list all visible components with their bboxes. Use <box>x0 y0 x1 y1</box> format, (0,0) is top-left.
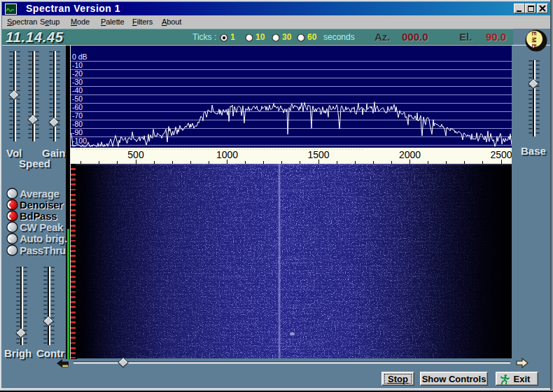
svg-text:1500: 1500 <box>307 149 329 160</box>
svg-text:E: E <box>531 44 538 48</box>
svg-text:-30: -30 <box>72 78 83 86</box>
svg-text:500: 500 <box>127 149 144 160</box>
svg-text:-10: -10 <box>72 61 83 69</box>
svg-text:-40: -40 <box>72 86 83 94</box>
svg-text:M: M <box>531 37 538 43</box>
svg-text:2500: 2500 <box>490 149 512 160</box>
svg-text:1000: 1000 <box>216 149 238 160</box>
svg-text:E: E <box>531 31 538 36</box>
svg-text:-60: -60 <box>72 103 83 111</box>
svg-text:-100: -100 <box>72 136 87 145</box>
svg-text:-70: -70 <box>72 111 83 120</box>
svg-text:-50: -50 <box>72 94 83 103</box>
svg-text:-20: -20 <box>72 69 83 78</box>
svg-text:0 dB: 0 dB <box>72 52 88 61</box>
svg-text:-90: -90 <box>72 128 83 136</box>
svg-text:2000: 2000 <box>399 149 421 160</box>
svg-text:-80: -80 <box>72 120 83 128</box>
